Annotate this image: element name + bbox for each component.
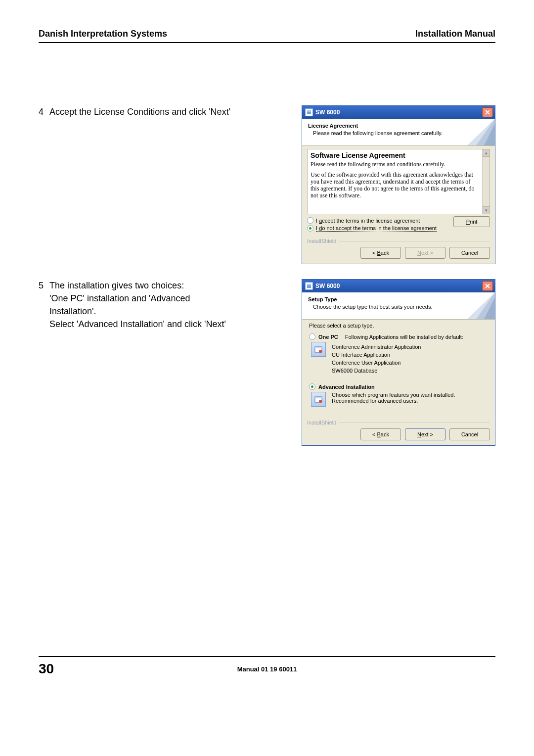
app-icon <box>305 282 313 290</box>
step-text-line: The installation gives two choices: <box>49 279 232 292</box>
license-dialog: SW 6000 License Agreement Please read th… <box>302 105 495 264</box>
header-right: Installation Manual <box>415 29 495 39</box>
app-icon <box>305 108 313 116</box>
svg-rect-1 <box>307 110 311 112</box>
setup-type-dialog: SW 6000 Setup Type Choose the setup type… <box>302 279 495 446</box>
header-left: Danish Interpretation Systems <box>39 29 167 39</box>
license-title: Software License Agreement <box>311 151 479 159</box>
scroll-down-icon[interactable]: ▾ <box>483 206 490 214</box>
scroll-up-icon[interactable]: ▴ <box>483 149 490 157</box>
list-item: Conference User Application <box>332 360 421 366</box>
advanced-label: Advanced Installation <box>318 384 375 390</box>
window-title: SW 6000 <box>315 283 340 289</box>
banner-title: Setup Type <box>308 296 489 302</box>
next-button: Next > <box>405 247 445 259</box>
radio-one-pc[interactable] <box>309 333 315 340</box>
print-button[interactable]: Print <box>453 216 490 227</box>
window-title: SW 6000 <box>315 109 340 116</box>
package-icon <box>311 392 326 407</box>
back-button[interactable]: < Back <box>360 247 401 259</box>
svg-rect-14 <box>315 397 322 398</box>
step-text-line: 'One PC' installation and 'Advanced Inst… <box>49 292 232 318</box>
radio-accept[interactable] <box>307 217 313 224</box>
banner: Setup Type Choose the setup type that be… <box>302 292 495 320</box>
setup-prompt: Please select a setup type. <box>309 323 488 329</box>
list-item: Conference Administrator Application <box>332 344 421 350</box>
banner-art-icon <box>467 292 495 319</box>
titlebar[interactable]: SW 6000 <box>302 280 495 292</box>
radio-reject-label: I do not accept the terms in the license… <box>316 225 437 232</box>
next-button[interactable]: Next > <box>405 428 445 440</box>
banner-subtitle: Please read the following license agreem… <box>308 130 489 136</box>
svg-rect-6 <box>307 284 311 285</box>
manual-code: Manual 01 19 60011 <box>237 665 297 673</box>
banner: License Agreement Please read the follow… <box>302 119 495 146</box>
svg-point-12 <box>319 350 322 353</box>
radio-advanced[interactable] <box>309 383 315 390</box>
step-text-line: Select 'Advanced Installation' and click… <box>49 318 232 331</box>
license-body: Use of the software provided with this a… <box>311 171 479 199</box>
radio-reject[interactable] <box>307 225 313 232</box>
svg-rect-11 <box>315 347 322 348</box>
close-icon[interactable] <box>482 281 493 291</box>
back-button[interactable]: < Back <box>360 428 401 440</box>
banner-title: License Agreement <box>308 123 489 129</box>
package-icon <box>311 342 326 357</box>
license-intro: Please read the following terms and cond… <box>311 161 479 168</box>
step-number: 4 <box>39 105 49 118</box>
step-number: 5 <box>39 279 49 292</box>
license-textbox[interactable]: ▴ ▾ Software License Agreement Please re… <box>307 149 490 214</box>
one-pc-label: One PC <box>318 334 338 340</box>
scrollbar[interactable]: ▴ ▾ <box>482 149 490 214</box>
list-item: CU Interface Application <box>332 352 421 358</box>
advanced-desc: Choose which program features you want i… <box>332 392 460 407</box>
radio-accept-label: I accept the terms in the license agreem… <box>316 218 420 224</box>
svg-point-15 <box>319 400 322 403</box>
cancel-button[interactable]: Cancel <box>449 428 490 440</box>
step-text-line: Accept the License Conditions and click … <box>49 105 232 118</box>
one-pc-desc: Following Applications will be installed… <box>345 334 463 340</box>
print-label: rint <box>470 219 477 225</box>
list-item: SW6000 Database <box>332 368 421 374</box>
installer-brand: InstallShield <box>307 238 336 244</box>
page-number: 30 <box>39 661 54 677</box>
close-icon[interactable] <box>482 107 493 117</box>
banner-subtitle: Choose the setup type that best suits yo… <box>308 304 489 310</box>
cancel-button[interactable]: Cancel <box>449 247 490 259</box>
banner-art-icon <box>467 119 495 145</box>
installer-brand: InstallShield <box>307 420 336 425</box>
titlebar[interactable]: SW 6000 <box>302 106 495 119</box>
page-header: Danish Interpretation Systems Installati… <box>39 29 495 43</box>
